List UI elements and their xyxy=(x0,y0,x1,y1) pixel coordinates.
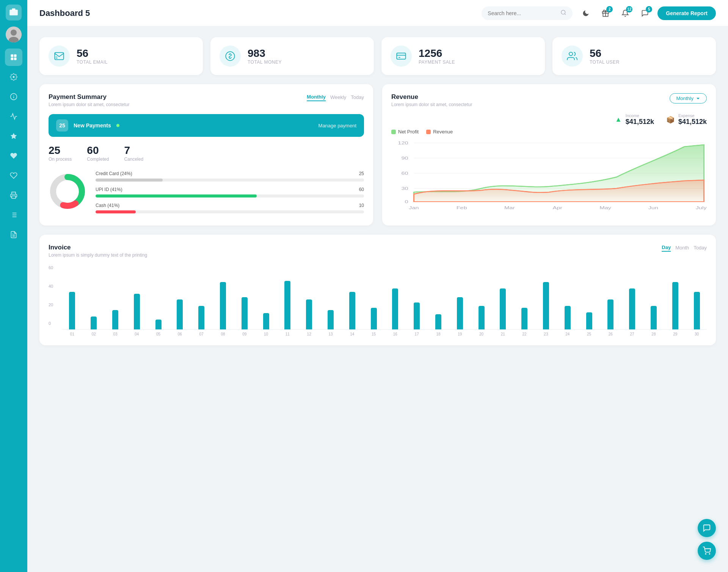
svg-point-9 xyxy=(13,76,15,78)
bar-26[interactable] xyxy=(607,299,613,329)
svg-text:60: 60 xyxy=(401,171,408,176)
bar-col-21 xyxy=(493,265,513,329)
bar-09[interactable] xyxy=(242,297,248,329)
email-stat-icon xyxy=(49,45,70,67)
bar-15[interactable] xyxy=(371,308,377,329)
search-icon[interactable] xyxy=(560,9,566,17)
svg-rect-31 xyxy=(397,53,405,59)
invoice-tab-month[interactable]: Month xyxy=(675,244,689,251)
x-label-11: 11 xyxy=(278,332,298,336)
messages-button[interactable]: 5 xyxy=(638,6,652,20)
invoice-title: Invoice xyxy=(49,244,147,251)
stat-cards: 56 TOTAL EMAIL 983 TOTAL MONEY xyxy=(39,37,716,75)
generate-report-button[interactable]: Generate Report xyxy=(657,6,716,20)
sidebar-item-heart2[interactable] xyxy=(5,167,22,184)
bar-01[interactable] xyxy=(69,292,75,329)
x-label-26: 26 xyxy=(601,332,621,336)
income-icon: ▲ xyxy=(615,116,622,124)
bar-11[interactable] xyxy=(284,281,290,329)
bar-18[interactable] xyxy=(435,314,441,329)
page-title: Dashboard 5 xyxy=(39,8,475,18)
revenue-monthly-dropdown[interactable]: Monthly xyxy=(670,93,707,103)
sidebar-item-settings[interactable] xyxy=(5,68,22,86)
bar-24[interactable] xyxy=(565,306,571,329)
gift-badge: 2 xyxy=(606,6,613,13)
bar-col-23 xyxy=(536,265,556,329)
cart-button[interactable] xyxy=(698,542,716,560)
sidebar-item-report[interactable] xyxy=(5,226,22,243)
support-button[interactable] xyxy=(698,519,716,537)
x-label-12: 12 xyxy=(299,332,319,336)
bar-25[interactable] xyxy=(586,312,592,329)
sidebar-item-analytics[interactable] xyxy=(5,108,22,125)
invoice-bar-chart: 0 20 40 60 01020304050607080910111213141… xyxy=(49,265,707,336)
bar-col-17 xyxy=(407,265,427,329)
bar-22[interactable] xyxy=(521,308,527,329)
tab-today[interactable]: Today xyxy=(351,94,364,101)
x-label-06: 06 xyxy=(170,332,190,336)
bar-29[interactable] xyxy=(672,282,678,329)
manage-payment-link[interactable]: Manage payment xyxy=(318,123,356,129)
bar-21[interactable] xyxy=(500,288,506,329)
bar-05[interactable] xyxy=(155,320,162,329)
gift-icon-button[interactable]: 2 xyxy=(598,6,613,20)
dark-mode-button[interactable] xyxy=(579,6,593,20)
x-label-30: 30 xyxy=(687,332,707,336)
bar-col-08 xyxy=(213,265,233,329)
bar-08[interactable] xyxy=(220,282,226,329)
x-label-22: 22 xyxy=(515,332,535,336)
x-label-23: 23 xyxy=(536,332,556,336)
x-label-15: 15 xyxy=(364,332,384,336)
bar-20[interactable] xyxy=(479,306,485,329)
bar-col-16 xyxy=(385,265,405,329)
sidebar-item-heart[interactable] xyxy=(5,147,22,165)
sidebar-item-favorites[interactable] xyxy=(5,127,22,145)
bar-14[interactable] xyxy=(349,292,355,329)
bar-03[interactable] xyxy=(112,310,118,329)
payment-tabs: Monthly Weekly Today xyxy=(307,93,364,101)
email-label: TOTAL EMAIL xyxy=(77,60,108,65)
expense-icon: 📦 xyxy=(666,116,675,124)
sidebar-item-dashboard[interactable] xyxy=(5,49,22,66)
bar-28[interactable] xyxy=(651,306,657,329)
tab-weekly[interactable]: Weekly xyxy=(330,94,346,101)
invoice-tab-today[interactable]: Today xyxy=(693,244,707,251)
bar-23[interactable] xyxy=(543,282,549,329)
bar-col-01 xyxy=(62,265,82,329)
bar-04[interactable] xyxy=(134,294,140,329)
bar-06[interactable] xyxy=(177,299,183,329)
payment-stats-row: 25 On process 60 Completed 7 Canceled xyxy=(49,144,364,162)
bar-col-05 xyxy=(148,265,168,329)
bar-07[interactable] xyxy=(198,306,204,329)
bar-13[interactable] xyxy=(328,310,334,329)
stat-card-email: 56 TOTAL EMAIL xyxy=(39,37,203,75)
invoice-card: Invoice Lorem ipsum is simply dummy text… xyxy=(39,235,716,345)
new-payments-count: 25 xyxy=(56,119,68,132)
sidebar-item-print[interactable] xyxy=(5,186,22,204)
bar-30[interactable] xyxy=(694,292,700,329)
x-label-19: 19 xyxy=(450,332,470,336)
bar-02[interactable] xyxy=(91,317,97,329)
bar-19[interactable] xyxy=(457,297,463,329)
svg-rect-6 xyxy=(14,55,17,57)
sidebar-item-list[interactable] xyxy=(5,206,22,224)
sidebar-item-info[interactable] xyxy=(5,88,22,105)
stat-card-payment: 1256 PAYMENT SALE xyxy=(381,37,545,75)
invoice-tab-day[interactable]: Day xyxy=(662,244,671,252)
sidebar-logo[interactable] xyxy=(6,5,22,20)
svg-text:Jan: Jan xyxy=(409,205,419,210)
search-input[interactable] xyxy=(488,10,557,16)
bar-27[interactable] xyxy=(629,288,635,329)
svg-rect-8 xyxy=(14,58,17,60)
tab-monthly[interactable]: Monthly xyxy=(307,93,326,101)
notification-button[interactable]: 12 xyxy=(618,6,632,20)
bar-17[interactable] xyxy=(414,302,420,329)
bar-col-26 xyxy=(601,265,621,329)
progress-upi: UPI ID (41%) 60 xyxy=(96,187,364,197)
active-dot xyxy=(116,124,119,127)
avatar[interactable] xyxy=(6,27,22,42)
bar-10[interactable] xyxy=(263,313,269,329)
bar-16[interactable] xyxy=(392,288,398,329)
user-stat-icon xyxy=(562,45,583,67)
bar-12[interactable] xyxy=(306,299,312,329)
